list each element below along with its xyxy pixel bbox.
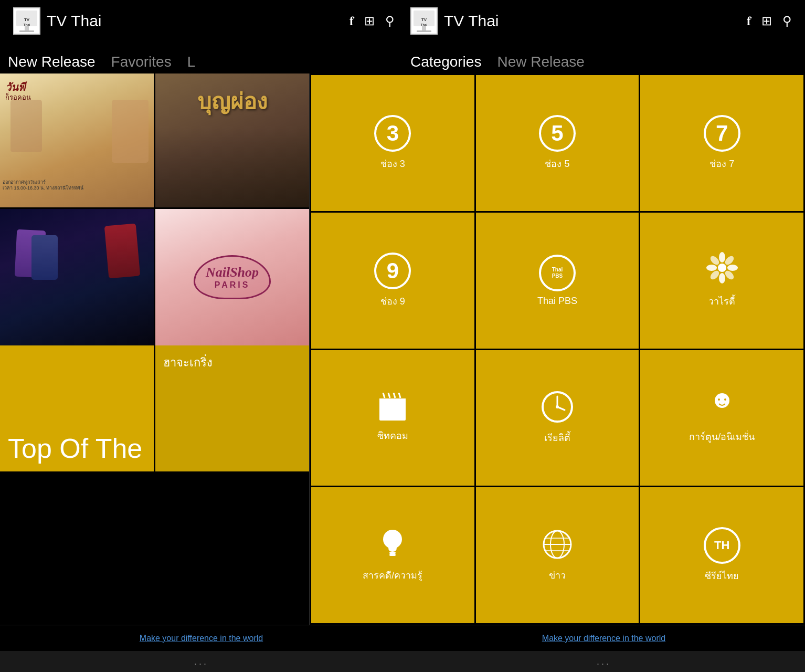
series-label: ซีรีย์ไทย	[705, 568, 739, 583]
tile-ch5[interactable]: 5 ช่อง 5	[476, 75, 639, 211]
app-title-right: TV Thai	[444, 12, 499, 30]
docu-label: สารคดี/ความรู้	[363, 568, 422, 583]
flower-icon	[706, 252, 738, 289]
facebook-icon-right[interactable]: 𝐟	[747, 14, 751, 28]
tab-new-release-left[interactable]: New Release	[8, 54, 96, 74]
ch9-icon: 9	[374, 253, 411, 289]
yellow-cell-right[interactable]: ฮาจะเกริ่ง	[155, 345, 309, 471]
svg-rect-11	[417, 30, 431, 32]
dots-icon-right: ...	[597, 656, 611, 667]
tile-thaipbs[interactable]: Thai PBS Thai PBS	[476, 213, 639, 349]
svg-line-27	[399, 393, 400, 398]
footer-link-left[interactable]: Make your difference in the world	[140, 634, 263, 643]
svg-text:TV: TV	[24, 17, 30, 22]
grid-icon-right[interactable]: ⊞	[761, 14, 772, 28]
tab-categories[interactable]: Categories	[410, 54, 481, 74]
tab-favorites[interactable]: Favorites	[111, 54, 172, 74]
svg-point-14	[727, 265, 738, 271]
cartoon-label: การ์ตูน/อนิเมชั่น	[689, 429, 755, 444]
bulb-icon	[378, 528, 407, 563]
svg-rect-5	[19, 30, 34, 32]
right-panel: 3 ช่อง 3 5 ช่อง 5 7 ช่อง 7 9 ช่อง 9 T	[310, 74, 805, 625]
reality-label: เรียลิตี้	[544, 430, 570, 445]
tile-cartoon[interactable]: การ์ตูน/อนิเมชั่น	[640, 350, 803, 486]
image-grid-top: วันพี ก็รอคอน ออกอากาศทุกวันเสาร์เวลา 16…	[0, 74, 309, 207]
header-icons-right: 𝐟 ⊞ ⚲	[747, 14, 792, 28]
footer: Make your difference in the world Make y…	[0, 625, 805, 651]
svg-point-15	[719, 273, 725, 284]
svg-point-16	[706, 265, 717, 271]
ch5-icon: 5	[539, 115, 576, 152]
app-title-left: TV Thai	[47, 12, 102, 30]
content-area: วันพี ก็รอคอน ออกอากาศทุกวันเสาร์เวลา 16…	[0, 74, 309, 625]
app-logo-left: TV Thai	[13, 7, 40, 35]
header: TV Thai TV Thai 𝐟 ⊞ ⚲ TV Thai TV Thai	[0, 0, 805, 42]
tile-series[interactable]: TH ซีรีย์ไทย	[640, 487, 803, 623]
svg-text:Thai: Thai	[24, 23, 30, 26]
svg-rect-4	[25, 26, 29, 30]
facebook-icon-left[interactable]: 𝐟	[349, 14, 354, 28]
tile-variety[interactable]: วาไรตี้	[640, 213, 803, 349]
svg-point-18	[723, 269, 735, 281]
nav-tabs: New Release Favorites L Categories New R…	[0, 42, 805, 74]
dots-icon-left: ...	[194, 656, 208, 667]
svg-line-26	[394, 393, 395, 398]
svg-point-17	[723, 255, 735, 267]
th-icon: TH	[704, 527, 740, 564]
tile-news[interactable]: ข่าว	[476, 487, 639, 623]
pbs-icon: Thai PBS	[539, 255, 576, 291]
nav-left: New Release Favorites L	[0, 42, 402, 74]
grid-icon-left[interactable]: ⊞	[364, 14, 375, 28]
app-logo-right: TV Thai	[410, 7, 438, 35]
tile-ch9[interactable]: 9 ช่อง 9	[311, 213, 474, 349]
ch9-label: ช่อง 9	[380, 293, 405, 309]
pbs-label: Thai PBS	[537, 296, 577, 307]
cell-vanpee[interactable]: วันพี ก็รอคอน ออกอากาศทุกวันเสาร์เวลา 16…	[0, 74, 154, 207]
bottom-row: Top Of The ฮาจะเกริ่ง	[0, 345, 309, 471]
svg-point-12	[718, 264, 726, 272]
svg-point-31	[556, 405, 559, 408]
svg-point-37	[383, 530, 402, 549]
cell-anime[interactable]	[0, 209, 154, 345]
category-grid: 3 ช่อง 3 5 ช่อง 5 7 ช่อง 7 9 ช่อง 9 T	[310, 74, 805, 625]
dots-bar: ... ...	[0, 651, 805, 672]
svg-rect-39	[389, 554, 396, 556]
tab-new-release-right[interactable]: New Release	[497, 54, 585, 74]
header-right: TV Thai TV Thai 𝐟 ⊞ ⚲	[402, 7, 800, 35]
dots-left: ...	[0, 651, 402, 672]
ch7-icon: 7	[704, 115, 740, 152]
svg-point-35	[718, 399, 719, 400]
tha-ja-keng-text: ฮาจะเกริ่ง	[163, 353, 301, 372]
sitcom-label: ซิทคอม	[377, 428, 408, 443]
search-icon-right[interactable]: ⚲	[782, 14, 792, 28]
news-label: ข่าว	[549, 568, 566, 583]
tile-docu[interactable]: สารคดี/ความรู้	[311, 487, 474, 623]
svg-point-19	[708, 269, 721, 281]
tab-l[interactable]: L	[187, 54, 196, 74]
search-icon-left[interactable]: ⚲	[385, 14, 395, 28]
svg-text:TV: TV	[421, 17, 427, 22]
top-of-the-text: Top Of The	[8, 434, 146, 464]
svg-point-20	[708, 255, 721, 267]
svg-rect-10	[422, 26, 426, 30]
svg-rect-38	[389, 552, 396, 554]
tile-ch3[interactable]: 3 ช่อง 3	[311, 75, 474, 211]
character-icon	[706, 391, 738, 425]
variety-label: วาไรตี้	[708, 293, 735, 309]
cell-nail[interactable]: NailShop PARIS	[155, 209, 309, 345]
ch3-label: ช่อง 3	[380, 156, 405, 171]
cell-boon[interactable]: บุญผ่อง	[155, 74, 309, 207]
footer-left: Make your difference in the world	[0, 625, 402, 651]
header-icons-left: 𝐟 ⊞ ⚲	[349, 14, 395, 28]
nav-right: Categories New Release	[402, 42, 805, 74]
yellow-cell-left[interactable]: Top Of The	[0, 345, 154, 471]
svg-text:Thai: Thai	[421, 23, 428, 26]
clock-icon	[541, 390, 574, 426]
tile-reality[interactable]: เรียลิตี้	[476, 350, 639, 486]
left-panel: วันพี ก็รอคอน ออกอากาศทุกวันเสาร์เวลา 16…	[0, 74, 310, 625]
footer-link-right[interactable]: Make your difference in the world	[542, 634, 665, 643]
tile-sitcom[interactable]: ซิทคอม	[311, 350, 474, 486]
svg-line-24	[383, 393, 385, 398]
image-grid-middle: NailShop PARIS	[0, 209, 309, 345]
tile-ch7[interactable]: 7 ช่อง 7	[640, 75, 803, 211]
